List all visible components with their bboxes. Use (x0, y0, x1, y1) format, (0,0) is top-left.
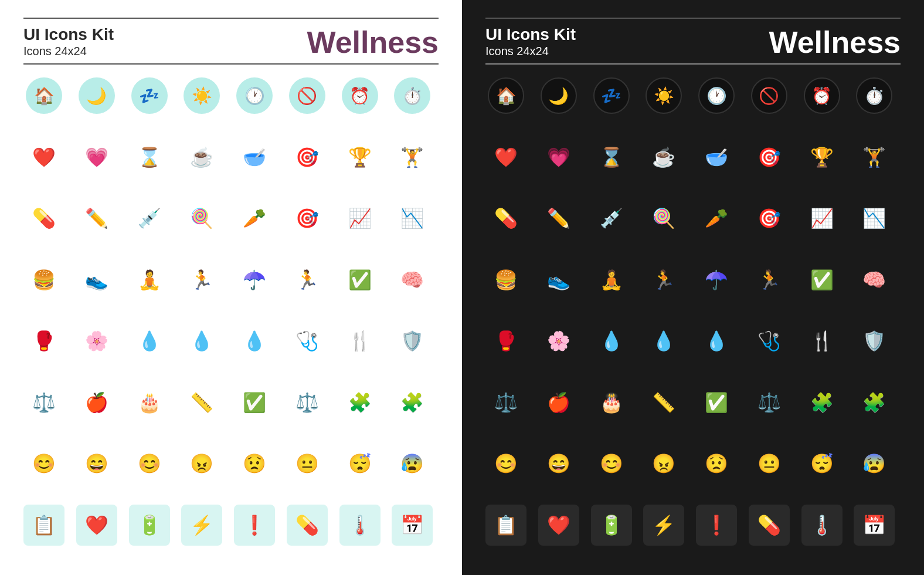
medicine-icon: 💊 (289, 507, 325, 543)
calendar-icon: 📅 (856, 507, 892, 543)
list-item: 😊 (23, 443, 64, 484)
drop-icon: 💧 (131, 323, 168, 359)
list-item: ✅ (339, 259, 381, 300)
light-icon-grid: 🏠 🌙 💤 ☀️ 🕐 🚫 ⏰ ⏱️ ❤️ 💗 ⌛ ☕ 🥣 🎯 🏆 🏋️ 💊 ✏️… (23, 75, 439, 557)
list-item: 📏 (181, 382, 222, 423)
chart-down-icon: 📉 (394, 200, 430, 236)
list-item: 👟 (76, 259, 117, 300)
list-item: 💊 (287, 505, 328, 546)
pill-icon: 💊 (26, 200, 62, 236)
light-title-main: UI Icons Kit (23, 25, 114, 45)
list-item: 🩺 (287, 320, 328, 361)
heart-icon: ❤️ (26, 139, 62, 175)
dna-icon: ⌛ (131, 139, 168, 175)
dark-divider (485, 63, 901, 65)
light-divider (23, 63, 439, 65)
puzzle-icon: 🧩 (804, 384, 840, 421)
smile-icon: 😊 (26, 445, 62, 482)
bowl-icon: 🥣 (236, 139, 273, 175)
heart-icon: ❤️ (488, 139, 524, 175)
list-item: 🧩 (854, 382, 895, 423)
sprint-icon: 🏃 (289, 262, 325, 298)
list-item: 🩺 (749, 320, 790, 361)
list-item: 📅 (854, 505, 895, 546)
list-item: 🧩 (339, 382, 381, 423)
list-item: 😊 (591, 443, 632, 484)
puzzle2-icon: 🧩 (856, 384, 892, 421)
list-item: 🔋 (129, 505, 170, 546)
list-item: 🧘 (129, 259, 170, 300)
list-item: 🎯 (749, 198, 790, 239)
list-item: 🎯 (287, 198, 328, 239)
check-scale-icon: ✅ (236, 384, 273, 421)
clipboard-heart-icon: ❤️ (541, 507, 577, 543)
dna-icon: ⌛ (593, 139, 630, 175)
dark-header-text: UI Icons Kit Icons 24x24 (485, 25, 576, 58)
list-item: 🌡️ (339, 505, 381, 546)
list-item: 🏃 (749, 259, 790, 300)
trophy-icon: 🏆 (804, 139, 840, 175)
cake-icon: 🎂 (593, 384, 630, 421)
list-item: 💗 (76, 137, 117, 178)
list-item: 💊 (23, 198, 64, 239)
dark-icon-grid: 🏠 🌙 💤 ☀️ 🕐 🚫 ⏰ ⏱️ ❤️ 💗 ⌛ ☕ 🥣 🎯 🏆 🏋️ 💊 ✏️… (485, 75, 901, 557)
ruler-icon: 📏 (646, 384, 682, 421)
checklist-icon: 📋 (26, 507, 62, 543)
fork-icon: 🍴 (804, 323, 840, 359)
list-item: ❗ (696, 505, 737, 546)
list-item: 👟 (538, 259, 579, 300)
list-item: 🍔 (485, 259, 526, 300)
no-icon: 🚫 (289, 77, 325, 114)
sad-icon: 😟 (698, 445, 735, 482)
list-item: 🥣 (234, 137, 275, 178)
list-item: 🥕 (234, 198, 275, 239)
coffee-icon: ☕ (646, 139, 682, 175)
list-item: 🏠 (23, 75, 64, 116)
list-item: 🏆 (801, 137, 843, 178)
list-item: 🏃 (181, 259, 222, 300)
thermometer-icon: 🌡️ (342, 507, 378, 543)
carrot-icon: 🥕 (698, 200, 735, 236)
moon-icon: 🌙 (79, 77, 115, 114)
dark-title-sub: Icons 24x24 (485, 45, 576, 58)
sun-icon: ☀️ (184, 77, 220, 114)
candy-icon: 🍭 (184, 200, 220, 236)
list-item: 🕐 (234, 75, 275, 116)
stethoscope-icon: 🩺 (751, 323, 787, 359)
list-item: 🥕 (696, 198, 737, 239)
list-item: ⚖️ (749, 382, 790, 423)
list-item: 🌡️ (801, 505, 843, 546)
candy-icon: 🍭 (646, 200, 682, 236)
drop-check-icon: 💧 (698, 323, 735, 359)
lightning-icon: ⚡ (646, 507, 682, 543)
shield-heart-icon: 🛡️ (856, 323, 892, 359)
pill-icon: 💊 (488, 200, 524, 236)
list-item: ⚖️ (23, 382, 64, 423)
list-item: 🏆 (339, 137, 381, 178)
puzzle2-icon: 🧩 (394, 384, 430, 421)
sneaker-icon: 👟 (79, 262, 115, 298)
list-item: 😠 (181, 443, 222, 484)
list-item: 🧠 (854, 259, 895, 300)
weights-icon: 🏋️ (394, 139, 430, 175)
list-item: 🧩 (392, 382, 433, 423)
list-item: 💧 (181, 320, 222, 361)
target-icon: 🎯 (751, 139, 787, 175)
dark-header: UI Icons Kit Icons 24x24 Wellness (485, 18, 901, 60)
blush-icon: 😊 (593, 445, 630, 482)
list-item: ⏱️ (392, 75, 433, 116)
flower-icon: 🌸 (541, 323, 577, 359)
flower-icon: 🌸 (79, 323, 115, 359)
puzzle-icon: 🧩 (342, 384, 378, 421)
list-item: ❤️ (538, 505, 579, 546)
list-item: 📅 (392, 505, 433, 546)
list-item: 🌸 (76, 320, 117, 361)
list-item: ☀️ (643, 75, 684, 116)
list-item: 🏋️ (392, 137, 433, 178)
list-item: ✏️ (76, 198, 117, 239)
list-item: ✏️ (538, 198, 579, 239)
list-item: 📉 (392, 198, 433, 239)
list-item: ⏱️ (854, 75, 895, 116)
list-item: ⚡ (643, 505, 684, 546)
list-item: 😐 (287, 443, 328, 484)
